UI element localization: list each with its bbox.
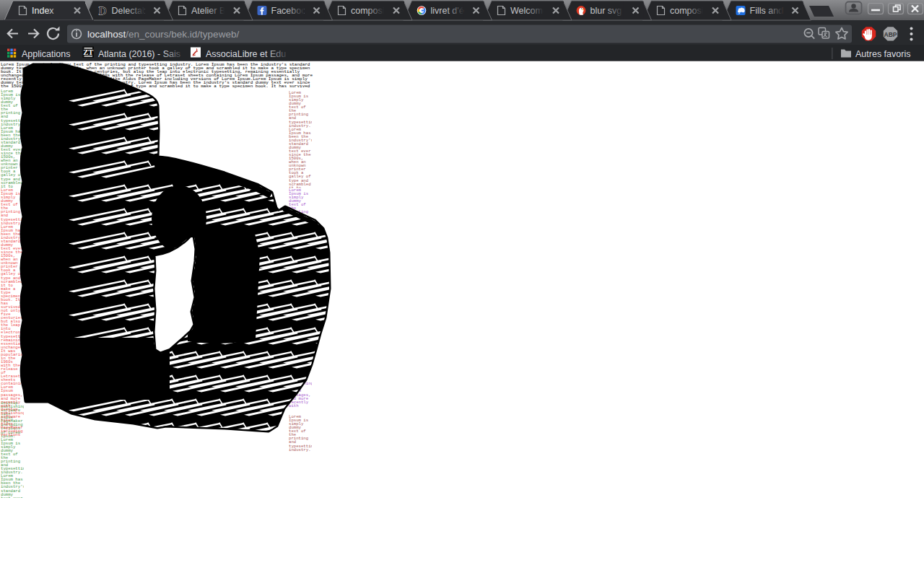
svg-text:D: D bbox=[99, 5, 106, 17]
svg-text:Autres favoris: Autres favoris bbox=[855, 49, 910, 59]
svg-text:localhost/en_cours/bek.id/type: localhost/en_cours/bek.id/typeweb/ bbox=[87, 29, 239, 40]
svg-text:Applications: Applications bbox=[22, 49, 70, 59]
svg-text:ABP: ABP bbox=[884, 31, 897, 38]
svg-text:ZT: ZT bbox=[83, 48, 93, 56]
